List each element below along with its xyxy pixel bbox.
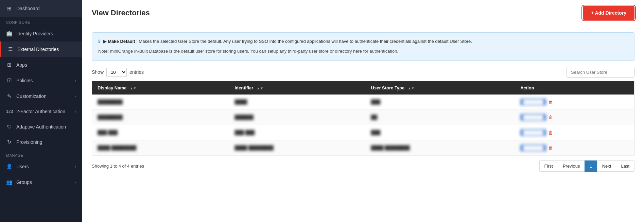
col-display-name: Display Name ▲▼ xyxy=(92,81,229,95)
2fa-icon: 123 xyxy=(6,109,12,114)
table-row: ███ ███ ███ ███ ███ ███████ 🗑 xyxy=(92,125,634,140)
action-cell: ███████ 🗑 xyxy=(520,144,629,151)
delete-icon[interactable]: 🗑 xyxy=(548,99,553,105)
action-cell: ███████ 🗑 xyxy=(520,129,629,136)
show-label: Show xyxy=(92,69,104,75)
current-page-button[interactable]: 1 xyxy=(585,160,597,172)
sort-icon-user-store-type[interactable]: ▲▼ xyxy=(408,86,415,90)
sidebar-item-label: Adaptive Authentication xyxy=(16,124,66,130)
search-user-store-input[interactable] xyxy=(567,67,634,78)
main-content: View Directories + Add Directory ℹ ▶ Mak… xyxy=(82,0,644,222)
sidebar-item-dashboard[interactable]: ⊞ Dashboard xyxy=(0,0,82,17)
col-user-store-type-label: User Store Type xyxy=(371,85,405,90)
sidebar-item-label: Groups xyxy=(16,180,32,185)
table-body: ████████ ████ ███ ███████ 🗑 ████████ ███… xyxy=(92,95,634,156)
info-icon: ℹ xyxy=(98,39,100,44)
pagination-buttons: First Previous 1 Next Last xyxy=(539,160,634,172)
cell-action: ███████ 🗑 xyxy=(515,140,634,155)
sidebar-item-adaptive-auth[interactable]: 🛡 Adaptive Authentication xyxy=(0,119,82,134)
table-header-row: Display Name ▲▼ Identifier ▲▼ User Store… xyxy=(92,81,634,95)
sidebar-item-apps[interactable]: ⊞ Apps xyxy=(0,57,82,73)
col-action-label: Action xyxy=(520,85,534,90)
col-display-name-label: Display Name xyxy=(98,85,126,90)
add-directory-button[interactable]: + Add Directory xyxy=(583,6,634,20)
table-section: Show 10 25 50 100 entries Display Name ▲… xyxy=(92,67,634,175)
cell-display-name: ████ ████████ xyxy=(92,140,229,155)
cell-user-store-type: ████ ████████ xyxy=(366,140,515,155)
table-row: ████████ ██████ ██ ███████ 🗑 xyxy=(92,109,634,125)
table-controls: Show 10 25 50 100 entries xyxy=(92,67,634,78)
delete-icon[interactable]: 🗑 xyxy=(548,115,553,120)
make-default-text: : Makes the selected User Store the defa… xyxy=(136,39,472,44)
pagination-section: Showing 1 to 4 of 4 entries First Previo… xyxy=(92,160,634,175)
col-action: Action xyxy=(515,81,634,95)
cell-display-name: ███ ███ xyxy=(92,125,229,140)
sidebar-item-label: Users xyxy=(16,164,29,169)
cell-display-name: ████████ xyxy=(92,109,229,125)
chevron-right-icon: › xyxy=(75,180,76,184)
table-row: ████ ████████ ████ ████████ ████ ███████… xyxy=(92,140,634,155)
dashboard-icon: ⊞ xyxy=(6,5,12,12)
previous-page-button[interactable]: Previous xyxy=(558,160,585,172)
cell-identifier: ████ ████████ xyxy=(229,140,365,155)
sidebar-item-provisioning[interactable]: ↻ Provisioning xyxy=(0,134,82,150)
sort-icon-identifier[interactable]: ▲▼ xyxy=(257,86,263,90)
col-identifier-label: Identifier xyxy=(234,85,253,90)
sidebar: ⊞ Dashboard Configure 🏢 Identity Provide… xyxy=(0,0,82,222)
provisioning-icon: ↻ xyxy=(6,139,12,145)
sidebar-item-customization[interactable]: ✎ Customization › xyxy=(0,88,82,104)
cell-user-store-type: ███ xyxy=(366,95,515,110)
entries-label: entries xyxy=(129,69,144,75)
entries-select[interactable]: 10 25 50 100 xyxy=(106,68,127,77)
cell-action: ███████ 🗑 xyxy=(515,109,634,125)
sidebar-item-label: Identity Providers xyxy=(16,31,53,36)
sidebar-item-policies[interactable]: ☑ Policies › xyxy=(0,73,82,88)
groups-icon: 👥 xyxy=(6,179,12,185)
sidebar-item-users[interactable]: 👤 Users › xyxy=(0,159,82,174)
policies-icon: ☑ xyxy=(6,78,12,84)
apps-icon: ⊞ xyxy=(6,62,12,68)
users-icon: 👤 xyxy=(6,164,12,170)
cell-user-store-type: ██ xyxy=(366,109,515,125)
cell-action: ███████ 🗑 xyxy=(515,125,634,140)
next-page-button[interactable]: Next xyxy=(597,160,616,172)
action-cell: ███████ 🗑 xyxy=(520,114,629,121)
chevron-right-icon: › xyxy=(75,94,76,98)
cell-identifier: ██████ xyxy=(229,109,365,125)
adaptive-auth-icon: 🛡 xyxy=(6,124,12,130)
topbar: View Directories + Add Directory xyxy=(82,0,644,26)
sort-icon-display-name[interactable]: ▲▼ xyxy=(130,86,137,90)
cell-identifier: ███ ███ xyxy=(229,125,365,140)
directories-table: Display Name ▲▼ Identifier ▲▼ User Store… xyxy=(92,81,634,156)
show-entries-control: Show 10 25 50 100 entries xyxy=(92,68,144,77)
col-identifier: Identifier ▲▼ xyxy=(229,81,365,95)
col-user-store-type: User Store Type ▲▼ xyxy=(366,81,515,95)
chevron-right-icon: › xyxy=(75,79,76,83)
identity-providers-icon: 🏢 xyxy=(6,31,12,37)
sidebar-item-label: Customization xyxy=(16,93,47,99)
last-page-button[interactable]: Last xyxy=(616,160,634,172)
sidebar-item-label: 2-Factor Authentication xyxy=(16,109,65,114)
info-note: Note: miniOrange In-Built Database is th… xyxy=(98,48,628,55)
info-box: ℹ ▶ Make Default : Makes the selected Us… xyxy=(92,32,634,61)
first-page-button[interactable]: First xyxy=(539,160,558,172)
cell-user-store-type: ███ xyxy=(366,125,515,140)
info-box-main: ℹ ▶ Make Default : Makes the selected Us… xyxy=(98,38,628,45)
sidebar-item-label: External Directories xyxy=(17,47,59,52)
make-default-label: Make Default xyxy=(108,39,135,44)
chevron-right-icon: › xyxy=(75,109,76,114)
sidebar-item-2fa[interactable]: 123 2-Factor Authentication › xyxy=(0,104,82,119)
sidebar-item-groups[interactable]: 👥 Groups › xyxy=(0,174,82,190)
sidebar-item-identity-providers[interactable]: 🏢 Identity Providers xyxy=(0,26,82,41)
chevron-right-icon: › xyxy=(75,165,76,169)
cell-identifier: ████ xyxy=(229,95,365,110)
customization-icon: ✎ xyxy=(6,93,12,99)
delete-icon[interactable]: 🗑 xyxy=(548,130,553,135)
sidebar-item-external-directories[interactable]: ☰ External Directories xyxy=(0,41,82,57)
sidebar-configure-label: Configure xyxy=(0,17,82,26)
cell-display-name: ████████ xyxy=(92,95,229,110)
sidebar-item-label: Policies xyxy=(16,78,33,83)
sidebar-item-label: Dashboard xyxy=(16,6,40,11)
delete-icon[interactable]: 🗑 xyxy=(548,145,553,151)
external-directories-icon: ☰ xyxy=(7,46,13,52)
